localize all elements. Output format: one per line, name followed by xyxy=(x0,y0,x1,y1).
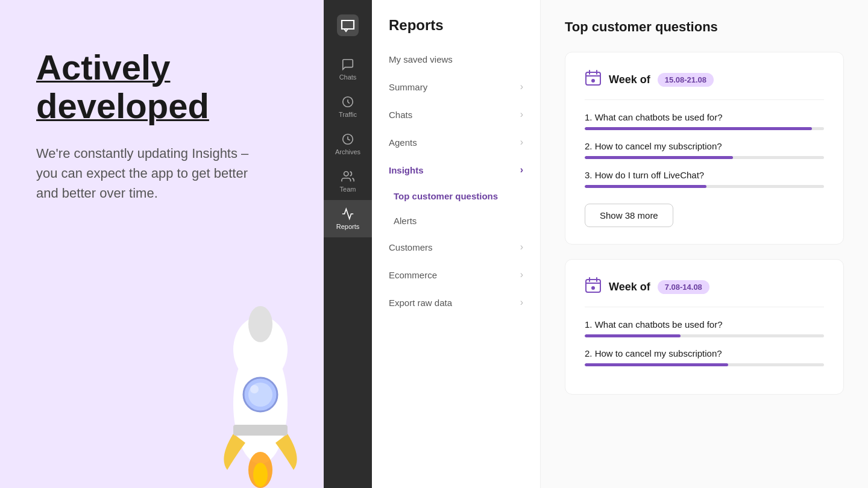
question-item-1-3: 3. How do I turn off LiveChat? xyxy=(585,170,824,188)
sidebar-item-reports[interactable]: Reports xyxy=(324,200,372,237)
progress-bar-bg-2-2 xyxy=(585,363,824,366)
nav-label-insights: Insights xyxy=(389,165,424,175)
progress-bar-fill-2-1 xyxy=(585,334,681,337)
week-badge-1: 15.08-21.08 xyxy=(658,73,714,87)
question-item-2-2: 2. How to cancel my subscription? xyxy=(585,348,824,366)
clock-icon xyxy=(341,133,354,146)
progress-bar-fill-1-1 xyxy=(585,127,812,130)
nav-item-export-raw-data[interactable]: Export raw data › xyxy=(372,289,540,316)
nav-label-export-raw-data: Export raw data xyxy=(389,298,452,308)
nav-label-agents: Agents xyxy=(389,137,417,148)
progress-bar-bg-1-2 xyxy=(585,156,824,159)
team-icon xyxy=(341,170,354,183)
week-header-1: Week of 15.08-21.08 xyxy=(585,69,824,100)
nav-item-agents[interactable]: Agents › xyxy=(372,128,540,156)
week-header-2: Week of 7.08-14.08 xyxy=(585,277,824,307)
progress-bar-bg-1-1 xyxy=(585,127,824,130)
question-text-1-3: 3. How do I turn off LiveChat? xyxy=(585,170,824,180)
question-text-1-2: 2. How to cancel my subscription? xyxy=(585,141,824,151)
nav-item-summary[interactable]: Summary › xyxy=(372,73,540,101)
nav-item-chats[interactable]: Chats › xyxy=(372,101,540,128)
nav-label-ecommerce: Ecommerce xyxy=(389,270,437,280)
nav-title: Reports xyxy=(372,0,540,46)
question-text-2-2: 2. How to cancel my subscription? xyxy=(585,348,824,358)
chevron-right-icon: › xyxy=(520,137,523,148)
week-badge-2: 7.08-14.08 xyxy=(658,280,709,294)
svg-point-16 xyxy=(591,286,595,290)
svg-point-12 xyxy=(344,172,348,176)
chart-icon xyxy=(341,207,354,221)
chevron-right-icon: › xyxy=(520,297,523,308)
progress-bar-fill-1-3 xyxy=(585,185,706,188)
progress-bar-fill-2-2 xyxy=(585,363,728,366)
subtext: We're constantly updating Insights – you… xyxy=(36,143,265,203)
rocket-illustration xyxy=(167,283,324,488)
show-more-button-1[interactable]: Show 38 more xyxy=(585,204,673,227)
week-label-2: Week of xyxy=(609,281,650,293)
svg-point-14 xyxy=(591,79,595,83)
sidebar: Chats Traffic Archives Team Reports xyxy=(324,0,372,488)
chat-bubble-icon xyxy=(341,58,354,71)
headline-line1: Actively xyxy=(36,48,170,87)
nav-label-customers: Customers xyxy=(389,242,433,252)
calendar-icon-2 xyxy=(585,277,602,297)
svg-point-8 xyxy=(250,385,259,393)
sidebar-item-team[interactable]: Team xyxy=(324,163,372,200)
question-text-1-1: 1. What can chatbots be used for? xyxy=(585,112,824,122)
sidebar-item-traffic[interactable]: Traffic xyxy=(324,88,372,125)
svg-rect-13 xyxy=(586,72,600,85)
main-content: Top customer questions Week of 15.08-21.… xyxy=(541,0,868,488)
week-section-2: Week of 7.08-14.08 1. What can chatbots … xyxy=(565,259,844,395)
nav-label-my-saved-views: My saved views xyxy=(389,54,453,64)
question-text-2-1: 1. What can chatbots be used for? xyxy=(585,319,824,330)
chevron-down-icon: › xyxy=(520,164,523,175)
sidebar-traffic-label: Traffic xyxy=(339,111,357,118)
week-section-1: Week of 15.08-21.08 1. What can chatbots… xyxy=(565,52,844,245)
chevron-right-icon: › xyxy=(520,269,523,280)
nav-label-chats: Chats xyxy=(389,110,412,120)
question-item-2-1: 1. What can chatbots be used for? xyxy=(585,319,824,337)
week-label-1: Week of xyxy=(609,74,650,86)
svg-rect-15 xyxy=(586,280,600,292)
progress-bar-bg-1-3 xyxy=(585,185,824,188)
nav-sub-item-top-customer-questions[interactable]: Top customer questions xyxy=(372,184,540,208)
chevron-right-icon: › xyxy=(520,109,523,120)
headline: Actively developed xyxy=(36,48,288,125)
app-logo[interactable] xyxy=(335,12,361,39)
logo-icon xyxy=(337,14,359,36)
svg-rect-9 xyxy=(337,14,359,36)
sidebar-reports-label: Reports xyxy=(336,223,360,230)
nav-label-summary: Summary xyxy=(389,82,427,92)
nav-item-my-saved-views[interactable]: My saved views xyxy=(372,46,540,73)
main-title: Top customer questions xyxy=(565,19,844,35)
question-item-1-1: 1. What can chatbots be used for? xyxy=(585,112,824,130)
sidebar-item-archives[interactable]: Archives xyxy=(324,125,372,163)
chevron-right-icon: › xyxy=(520,81,523,92)
calendar-icon xyxy=(585,69,602,90)
progress-bar-bg-2-1 xyxy=(585,334,824,337)
nav-label-top-customer-questions: Top customer questions xyxy=(394,191,498,201)
nav-item-customers[interactable]: Customers › xyxy=(372,233,540,261)
nav-panel: Reports My saved views Summary › Chats ›… xyxy=(372,0,541,488)
nav-item-insights[interactable]: Insights › xyxy=(372,156,540,184)
svg-point-7 xyxy=(248,306,272,342)
chevron-right-icon: › xyxy=(520,242,523,252)
nav-sub-item-alerts[interactable]: Alerts xyxy=(372,208,540,233)
sidebar-chats-label: Chats xyxy=(339,74,357,81)
svg-point-5 xyxy=(253,463,268,487)
headline-line2: developed xyxy=(36,86,209,125)
sidebar-team-label: Team xyxy=(340,186,356,193)
nav-item-ecommerce[interactable]: Ecommerce › xyxy=(372,261,540,289)
traffic-icon xyxy=(341,95,354,108)
svg-rect-6 xyxy=(233,425,288,436)
sidebar-item-chats[interactable]: Chats xyxy=(324,51,372,88)
nav-label-alerts: Alerts xyxy=(394,216,417,226)
sidebar-archives-label: Archives xyxy=(335,148,360,155)
progress-bar-fill-1-2 xyxy=(585,156,733,159)
question-item-1-2: 2. How to cancel my subscription? xyxy=(585,141,824,159)
left-panel: Actively developed We're constantly upda… xyxy=(0,0,324,488)
